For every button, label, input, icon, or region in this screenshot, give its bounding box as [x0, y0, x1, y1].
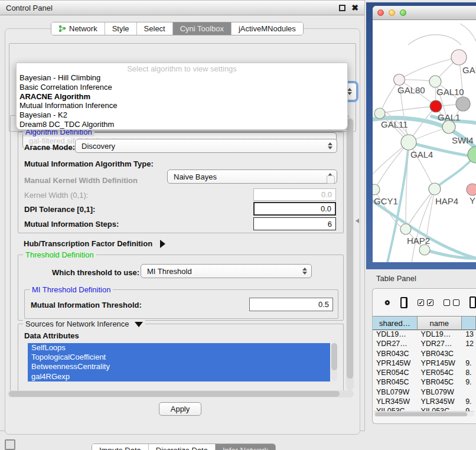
- dropdown-item-aracne[interactable]: ARACNE Algorithm: [17, 92, 347, 102]
- which-threshold-label: Which threshold to use:: [52, 268, 139, 277]
- table-horizontal-scrollbar[interactable]: [374, 411, 474, 416]
- sources-group-title[interactable]: Sources for Network Inference: [23, 319, 145, 328]
- list-item[interactable]: TopologicalCoefficient: [28, 353, 330, 362]
- mi-threshold-field[interactable]: 0.5: [249, 298, 333, 311]
- node-salmon[interactable]: [467, 184, 476, 195]
- tab-discretize-data[interactable]: Discretize Data: [149, 444, 216, 450]
- node-label: HAP4: [435, 196, 458, 206]
- table-row[interactable]: YDR27…YDR27…12: [373, 340, 476, 349]
- mi-steps-field[interactable]: 6: [253, 217, 336, 230]
- deselect-all-checks-icon[interactable]: [444, 299, 459, 306]
- kernel-width-value: 0.0: [321, 190, 332, 199]
- kernel-width-field[interactable]: 0.0: [253, 188, 336, 201]
- mi-type-combo[interactable]: Naive Bayes: [167, 169, 337, 184]
- dropdown-item-bayesian-k2[interactable]: Bayesian - K2: [17, 110, 347, 120]
- network-view-window[interactable]: GAL GAL80 GAL10 GAL1 GAL11 SWI4 GAL4 GCY…: [373, 6, 476, 262]
- dropdown-item-dream8[interactable]: Dream8 DC_TDC Algorithm: [17, 120, 347, 129]
- dpi-tolerance-label: DPI Tolerance [0,1]:: [24, 205, 95, 214]
- dropdown-item-basic-correlation[interactable]: Basic Correlation Inference: [17, 83, 347, 92]
- tab-select[interactable]: Select: [137, 22, 173, 35]
- kernel-width-label: Kernel Width (0,1):: [24, 191, 88, 200]
- column-header-cut[interactable]: [462, 317, 476, 330]
- minimized-panel-chip[interactable]: [5, 439, 15, 450]
- control-panel-titlebar[interactable]: Control Panel ✖: [0, 1, 364, 15]
- hub-tf-definition-toggle[interactable]: Hub/Transcription Factor Definition: [24, 238, 165, 249]
- node-gal11[interactable]: [374, 108, 385, 119]
- node-label: HAP2: [407, 236, 430, 246]
- network-icon: [58, 25, 66, 32]
- settings-vertical-scrollbar[interactable]: [346, 118, 354, 390]
- table-header-row: shared… name: [373, 317, 476, 330]
- list-item[interactable]: gal4RGexp: [28, 372, 330, 381]
- node-label: GAL4: [410, 149, 433, 159]
- control-panel-tab-bar: Network Style Select Cyni Toolbox jActiv…: [51, 22, 304, 35]
- select-all-checks-icon[interactable]: ✓✓: [418, 299, 433, 306]
- combo-stepper-icon: [347, 88, 352, 95]
- tab-impute-data[interactable]: Impute Data: [92, 444, 149, 450]
- dropdown-item-mutual-info[interactable]: Mutual Information Inference: [17, 101, 347, 110]
- table-row[interactable]: YBR043CYBR043C: [373, 350, 476, 359]
- new-table-icon[interactable]: [470, 296, 476, 308]
- tab-style[interactable]: Style: [105, 22, 137, 35]
- gear-icon[interactable]: [384, 298, 390, 308]
- table-row[interactable]: YDL19…YDL19…13: [373, 330, 476, 340]
- node-gal10[interactable]: [429, 76, 441, 87]
- combo-stepper-icon: [328, 142, 332, 149]
- network-canvas[interactable]: GAL GAL80 GAL10 GAL1 GAL11 SWI4 GAL4 GCY…: [373, 20, 476, 262]
- node-gray[interactable]: [456, 97, 470, 111]
- splitter-collapse-icon[interactable]: [356, 219, 359, 223]
- node-gal80[interactable]: [394, 74, 405, 86]
- dpi-tolerance-field[interactable]: 0.0: [253, 202, 336, 216]
- table-row[interactable]: YBL079WYBL079W: [373, 388, 476, 397]
- manual-kernel-checkbox[interactable]: [327, 175, 335, 184]
- mi-steps-value: 6: [328, 220, 332, 229]
- node-gcy1[interactable]: [373, 184, 380, 195]
- table-row[interactable]: YER054CYER054C8.: [373, 369, 476, 378]
- hub-tf-definition-label: Hub/Transcription Factor Definition: [24, 239, 152, 248]
- tab-cyni-toolbox[interactable]: Cyni Toolbox: [173, 22, 232, 35]
- table-row[interactable]: YPR145WYPR145W9.: [373, 359, 476, 369]
- sources-title-text: Sources for Network Inference: [25, 319, 129, 328]
- combo-stepper-icon: [302, 268, 307, 275]
- close-window-icon[interactable]: [377, 9, 384, 16]
- table-panel: ✓✓ shared… name YDL19…YDL19…13 YDR27…YDR…: [372, 288, 476, 424]
- control-panel-content: gal-filtered.sif default node Select alg…: [5, 28, 360, 435]
- mi-type-value: Naive Bayes: [174, 172, 217, 181]
- node-label: GAL80: [397, 85, 425, 95]
- table-row[interactable]: YLR345WYLR345W9.: [373, 397, 476, 407]
- settings-horizontal-scrollbar[interactable]: [8, 390, 354, 397]
- columns-icon[interactable]: [400, 297, 408, 308]
- list-item[interactable]: SelfLoops: [28, 343, 330, 353]
- manual-kernel-label: Manual Kernel Width Definition: [24, 176, 138, 185]
- column-header-shared-name[interactable]: shared…: [373, 317, 418, 330]
- node-hap4[interactable]: [429, 183, 441, 195]
- network-window-titlebar[interactable]: [373, 6, 476, 20]
- node-green-right[interactable]: [468, 146, 476, 163]
- dropdown-item-bayesian-hill[interactable]: Bayesian - Hill Climbing: [17, 73, 347, 83]
- node-hap2[interactable]: [400, 224, 411, 234]
- list-vertical-scrollbar[interactable]: [331, 343, 337, 381]
- node-gal1[interactable]: [442, 120, 455, 133]
- float-panel-icon[interactable]: [339, 5, 345, 11]
- tab-network-label: Network: [69, 24, 97, 33]
- bottom-tab-bar: Impute Data Discretize Data Infer Networ…: [92, 444, 276, 450]
- tab-infer-network[interactable]: Infer Network: [216, 444, 275, 450]
- which-threshold-combo[interactable]: MI Threshold: [141, 264, 312, 278]
- node-gal4[interactable]: [401, 135, 416, 150]
- minimize-window-icon[interactable]: [389, 9, 395, 16]
- column-header-name[interactable]: name: [418, 317, 462, 330]
- node-gal-cut[interactable]: [451, 50, 467, 65]
- tab-network[interactable]: Network: [51, 22, 105, 35]
- which-threshold-value: MI Threshold: [147, 267, 192, 276]
- threshold-definition-group: Threshold Definition Which threshold to …: [18, 255, 344, 321]
- close-panel-icon[interactable]: ✖: [351, 5, 358, 11]
- apply-button[interactable]: Apply: [159, 402, 201, 416]
- zoom-window-icon[interactable]: [400, 9, 406, 16]
- table-row[interactable]: YBR045CYBR045C9.: [373, 378, 476, 387]
- node-red-selected[interactable]: [430, 100, 442, 112]
- list-item[interactable]: BetweennessCentrality: [28, 362, 330, 371]
- aracne-mode-combo[interactable]: Discovery: [75, 139, 337, 153]
- node-bottom[interactable]: [419, 244, 430, 255]
- data-attributes-list: SelfLoops TopologicalCoefficient Between…: [28, 343, 330, 381]
- tab-jactivemnodules[interactable]: jActiveMNodules: [232, 22, 303, 35]
